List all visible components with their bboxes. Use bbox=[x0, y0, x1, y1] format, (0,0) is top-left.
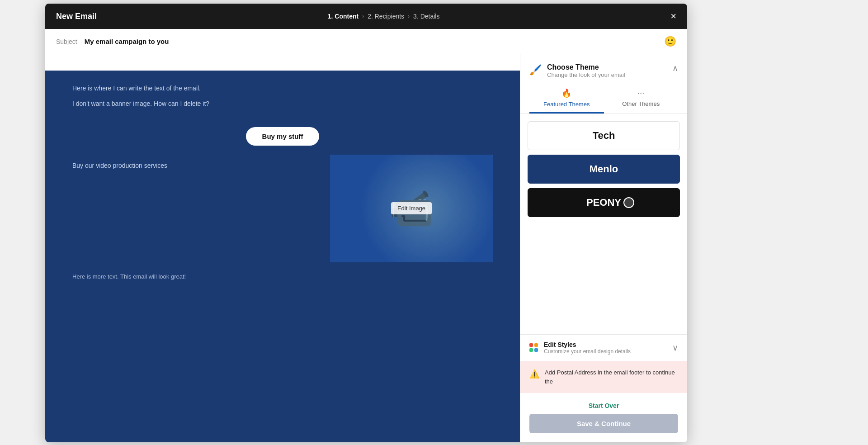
theme-peony-label: PEONY bbox=[586, 197, 621, 208]
subject-label: Subject bbox=[56, 38, 77, 45]
theme-palette-icon: 🖌️ bbox=[529, 64, 542, 76]
email-body: Here is where I can write the text of th… bbox=[45, 71, 520, 442]
image-overlay: Edit Image bbox=[330, 155, 493, 262]
edit-styles-texts: Edit Styles Customize your email design … bbox=[544, 341, 631, 355]
cta-button[interactable]: Buy my stuff bbox=[246, 127, 320, 146]
email-text-2: I don't want a banner image. How can I d… bbox=[72, 99, 493, 109]
subject-bar: Subject My email campaign to you 🙂 bbox=[45, 29, 687, 54]
email-footer-text: Here is more text. This email will look … bbox=[72, 273, 493, 280]
tab-other-themes[interactable]: ··· Other Themes bbox=[604, 85, 679, 114]
content-row: Buy our video production services Edit I… bbox=[72, 155, 493, 262]
edit-styles-left: Edit Styles Customize your email design … bbox=[529, 341, 631, 355]
warning-text: Add Postal Address in the email footer t… bbox=[545, 368, 678, 386]
chevron-up-icon[interactable]: ∧ bbox=[672, 63, 678, 73]
chevron-down-icon: ∨ bbox=[672, 343, 678, 353]
edit-styles-subtitle: Customize your email design details bbox=[544, 348, 631, 355]
main-area: Here is where I can write the text of th… bbox=[45, 54, 687, 442]
choose-theme-title: Choose Theme bbox=[547, 63, 625, 71]
theme-tech-label: Tech bbox=[593, 130, 615, 141]
step-1[interactable]: 1. Content bbox=[328, 13, 359, 20]
step-arrow-1: › bbox=[362, 13, 364, 19]
step-arrow-2: › bbox=[408, 13, 410, 19]
tab-featured-label: Featured Themes bbox=[543, 101, 590, 108]
panel-header-top: 🖌️ Choose Theme Change the look of your … bbox=[529, 63, 678, 78]
fire-icon: 🔥 bbox=[561, 88, 571, 98]
tab-other-label: Other Themes bbox=[622, 100, 660, 107]
panel-header-texts: Choose Theme Change the look of your ema… bbox=[547, 63, 625, 78]
themes-tabs: 🔥 Featured Themes ··· Other Themes bbox=[529, 85, 678, 114]
step-3[interactable]: 3. Details bbox=[413, 13, 439, 20]
tab-featured-themes[interactable]: 🔥 Featured Themes bbox=[529, 85, 604, 114]
email-text-1: Here is where I can write the text of th… bbox=[72, 83, 493, 93]
edit-styles-section[interactable]: Edit Styles Customize your email design … bbox=[520, 334, 687, 361]
email-header-white bbox=[45, 54, 520, 71]
email-preview: Here is where I can write the text of th… bbox=[45, 54, 520, 442]
emoji-icon[interactable]: 🙂 bbox=[664, 36, 676, 47]
email-text-block: Here is where I can write the text of th… bbox=[72, 71, 493, 118]
theme-menlo-label: Menlo bbox=[590, 163, 618, 175]
theme-card-menlo[interactable]: Menlo bbox=[528, 155, 680, 184]
modal-title: New Email bbox=[56, 12, 97, 21]
step-2[interactable]: 2. Recipients bbox=[368, 13, 404, 20]
subject-value: My email campaign to you bbox=[85, 38, 169, 45]
panel-actions: Start Over Save & Continue bbox=[520, 397, 687, 442]
panel-header-info: 🖌️ Choose Theme Change the look of your … bbox=[529, 63, 625, 78]
choose-theme-header: 🖌️ Choose Theme Change the look of your … bbox=[520, 54, 687, 114]
warning-triangle-icon: ⚠️ bbox=[529, 369, 539, 379]
title-bar: New Email 1. Content › 2. Recipients › 3… bbox=[45, 4, 687, 29]
edit-image-button[interactable]: Edit Image bbox=[391, 202, 432, 214]
start-over-button[interactable]: Start Over bbox=[589, 402, 619, 409]
edit-styles-title: Edit Styles bbox=[544, 341, 631, 348]
theme-card-tech[interactable]: Tech bbox=[528, 121, 680, 150]
right-panel: 🖌️ Choose Theme Change the look of your … bbox=[520, 54, 687, 442]
steps-nav: 1. Content › 2. Recipients › 3. Details bbox=[328, 13, 440, 20]
theme-card-peony[interactable]: PEONY bbox=[528, 188, 680, 217]
choose-theme-subtitle: Change the look of your email bbox=[547, 71, 625, 78]
cursor-indicator bbox=[623, 197, 634, 208]
save-continue-button[interactable]: Save & Continue bbox=[529, 414, 678, 433]
close-button[interactable]: × bbox=[670, 11, 676, 21]
styles-grid-icon bbox=[529, 343, 538, 352]
dots-icon: ··· bbox=[637, 88, 644, 98]
section-title: Buy our video production services bbox=[72, 162, 167, 169]
email-image-block: Edit Image bbox=[330, 155, 493, 262]
warning-banner: ⚠️ Add Postal Address in the email foote… bbox=[520, 361, 687, 393]
themes-list: Tech Menlo PEONY bbox=[520, 114, 687, 334]
